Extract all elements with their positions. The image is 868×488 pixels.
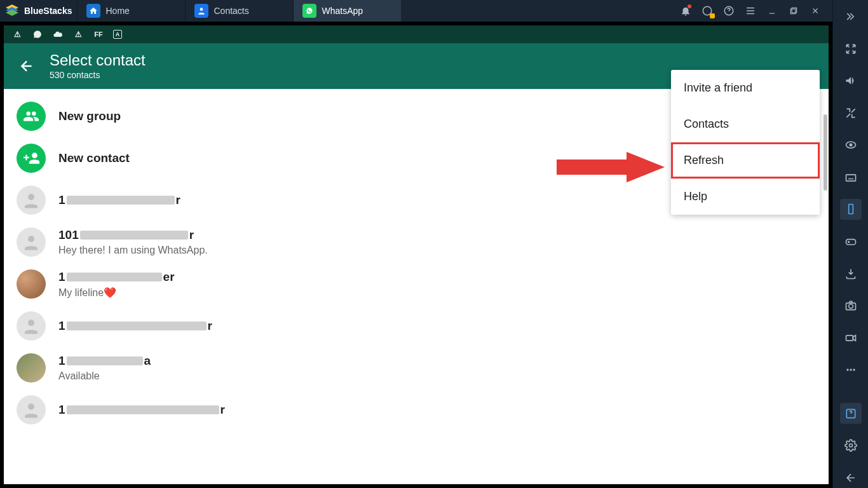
bluestacks-logo-icon bbox=[4, 3, 20, 19]
svg-marker-26 bbox=[557, 152, 665, 182]
warning-icon: ⚠ bbox=[11, 29, 23, 40]
eye-icon[interactable] bbox=[840, 135, 862, 156]
svg-point-19 bbox=[853, 369, 855, 370]
record-icon[interactable] bbox=[840, 327, 862, 348]
svg-rect-7 bbox=[792, 8, 797, 13]
contact-name: 1r bbox=[58, 403, 225, 417]
back-button[interactable] bbox=[15, 55, 38, 78]
help-square-icon[interactable] bbox=[840, 403, 862, 424]
contact-row[interactable]: 1erMy lifeline❤️ bbox=[4, 263, 829, 305]
new-group-label: New group bbox=[58, 109, 121, 123]
svg-point-3 bbox=[200, 8, 203, 11]
coins-icon[interactable] bbox=[700, 4, 714, 18]
svg-point-25 bbox=[28, 403, 34, 410]
contact-row[interactable]: 1r bbox=[4, 389, 829, 431]
collapse-panel-icon[interactable] bbox=[840, 6, 862, 27]
volume-icon[interactable] bbox=[840, 71, 862, 92]
group-icon bbox=[17, 102, 46, 131]
contact-name: 1r bbox=[58, 193, 180, 207]
menu-item-help[interactable]: Help bbox=[671, 179, 820, 215]
ff-icon: FF bbox=[93, 29, 104, 40]
more-icon[interactable] bbox=[840, 360, 862, 381]
svg-point-18 bbox=[850, 369, 851, 370]
svg-point-10 bbox=[850, 144, 851, 146]
page-title: Select contact bbox=[50, 52, 146, 69]
new-contact-label: New contact bbox=[58, 151, 130, 165]
phone-icon[interactable] bbox=[840, 199, 862, 220]
maximize-icon[interactable] bbox=[787, 4, 801, 18]
contact-name: 1a bbox=[58, 354, 151, 368]
svg-point-24 bbox=[28, 320, 34, 326]
overflow-menu: Invite a friendContactsRefreshHelp bbox=[671, 70, 820, 215]
svg-rect-11 bbox=[846, 175, 855, 181]
svg-point-5 bbox=[703, 6, 712, 15]
add-contact-icon bbox=[17, 144, 46, 173]
svg-rect-13 bbox=[846, 240, 855, 245]
brand-name: BlueStacks bbox=[24, 6, 72, 16]
cloud-icon bbox=[52, 29, 64, 40]
svg-rect-16 bbox=[846, 335, 853, 340]
avatar bbox=[17, 227, 46, 257]
app-tabs: Home Contacts WhatsApp bbox=[77, 0, 401, 22]
tab-contacts-label: Contacts bbox=[214, 6, 248, 16]
whatsapp-app: ⚠ ⚠ FF A Select contact 530 contacts New… bbox=[4, 25, 829, 484]
avatar bbox=[17, 395, 46, 424]
tab-whatsapp-label: WhatsApp bbox=[322, 6, 363, 16]
titlebar-right bbox=[679, 4, 829, 18]
minimize-icon[interactable] bbox=[765, 4, 779, 18]
svg-point-23 bbox=[28, 236, 34, 242]
contact-name: 1r bbox=[58, 319, 212, 333]
contact-name: 1er bbox=[58, 270, 175, 284]
tab-home-label: Home bbox=[105, 6, 129, 16]
notifications-icon[interactable] bbox=[679, 4, 693, 18]
contact-row[interactable]: 101rHey there! I am using WhatsApp. bbox=[4, 221, 829, 263]
close-icon[interactable] bbox=[808, 4, 822, 18]
avatar bbox=[17, 353, 46, 383]
gamepad-icon[interactable] bbox=[840, 231, 862, 252]
contact-status: Hey there! I am using WhatsApp. bbox=[58, 245, 208, 256]
contact-row[interactable]: 1aAvailable bbox=[4, 347, 829, 389]
whatsapp-icon bbox=[302, 4, 316, 18]
whatsapp-small-icon bbox=[32, 29, 43, 40]
help-icon[interactable] bbox=[722, 4, 736, 18]
camera-icon[interactable] bbox=[840, 295, 862, 316]
keyboard-icon[interactable] bbox=[840, 167, 862, 188]
avatar bbox=[17, 311, 46, 341]
svg-rect-8 bbox=[790, 9, 796, 14]
tab-contacts[interactable]: Contacts bbox=[185, 0, 293, 22]
home-icon bbox=[86, 4, 100, 18]
menu-item-contacts[interactable]: Contacts bbox=[671, 106, 820, 142]
menu-item-refresh[interactable]: Refresh bbox=[671, 142, 820, 179]
scrollbar[interactable] bbox=[824, 114, 827, 191]
menu-icon[interactable] bbox=[743, 4, 757, 18]
menu-item-invite-a-friend[interactable]: Invite a friend bbox=[671, 70, 820, 106]
titlebar: BlueStacks Home Contacts WhatsApp bbox=[0, 0, 832, 22]
fullscreen-icon[interactable] bbox=[840, 39, 862, 60]
back-nav-icon[interactable] bbox=[840, 467, 862, 488]
svg-rect-12 bbox=[848, 205, 853, 214]
a-box-icon: A bbox=[113, 30, 122, 39]
svg-point-15 bbox=[848, 304, 853, 309]
avatar bbox=[17, 269, 46, 299]
tab-whatsapp[interactable]: WhatsApp bbox=[293, 0, 401, 22]
right-side-panel bbox=[832, 0, 868, 488]
contacts-icon bbox=[194, 4, 208, 18]
android-status-bar: ⚠ ⚠ FF A bbox=[4, 25, 829, 43]
annotation-arrow-icon bbox=[557, 149, 665, 187]
install-apk-icon[interactable] bbox=[840, 263, 862, 284]
svg-point-17 bbox=[846, 369, 848, 370]
avatar bbox=[17, 186, 46, 215]
warning2-icon: ⚠ bbox=[72, 29, 84, 40]
settings-icon[interactable] bbox=[840, 435, 862, 456]
contact-name: 101r bbox=[58, 228, 208, 242]
contact-row[interactable]: 1r bbox=[4, 305, 829, 347]
contact-status: Available bbox=[58, 370, 151, 382]
contact-status: My lifeline❤️ bbox=[58, 287, 175, 299]
svg-point-21 bbox=[849, 444, 852, 447]
svg-point-22 bbox=[28, 194, 34, 200]
location-icon[interactable] bbox=[840, 103, 862, 124]
app-frame: ⚠ ⚠ FF A Select contact 530 contacts New… bbox=[0, 22, 832, 488]
tab-home[interactable]: Home bbox=[77, 0, 185, 22]
page-subtitle: 530 contacts bbox=[50, 70, 146, 80]
